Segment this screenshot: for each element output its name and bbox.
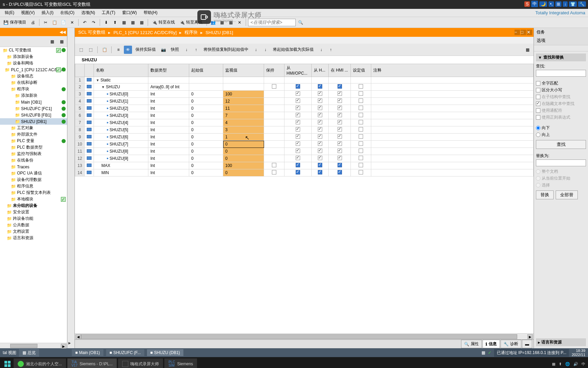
start-cell[interactable]: 0 bbox=[189, 91, 223, 98]
et-icon[interactable]: ↓ bbox=[261, 46, 270, 54]
toolbar-icon[interactable]: ✕ bbox=[235, 18, 244, 27]
toolbar-icon[interactable]: 👥 bbox=[209, 18, 217, 27]
start-cell[interactable]: 0 bbox=[189, 105, 223, 112]
tree-item[interactable]: 📁设备和网络 bbox=[0, 60, 67, 66]
retain-cell[interactable] bbox=[264, 98, 284, 105]
tree-item[interactable]: 📁PLC 变量 bbox=[0, 138, 67, 144]
table-row[interactable]: 3 SHUZU[0] Int 0 100 bbox=[75, 91, 534, 98]
et-icon[interactable]: ▦ bbox=[523, 46, 532, 54]
tree-item[interactable]: 📁跨设备功能 bbox=[0, 215, 67, 222]
editor-tab-fc[interactable]: ■ SHUZUFC (F... bbox=[106, 349, 144, 356]
toolbar-icon[interactable]: ▦ bbox=[137, 18, 146, 27]
direction-down-radio[interactable]: 向下 bbox=[536, 125, 586, 131]
tree-item[interactable]: 📁OPC UA 通信 bbox=[0, 170, 67, 177]
col-type[interactable]: 数据类型 bbox=[148, 64, 189, 77]
type-cell[interactable]: Int bbox=[148, 119, 189, 126]
footer-icon[interactable]: ▦ bbox=[481, 350, 485, 355]
col-name[interactable]: 名称 bbox=[94, 64, 148, 77]
type-cell[interactable]: Int bbox=[148, 141, 189, 148]
cut-button[interactable]: ✂ bbox=[42, 18, 50, 27]
type-cell[interactable]: Int bbox=[148, 148, 189, 155]
monitor-cell[interactable]: 3 bbox=[223, 126, 264, 134]
hmi-cell[interactable] bbox=[284, 105, 312, 112]
scroll-right-icon[interactable]: ▶ bbox=[527, 334, 533, 339]
et-icon[interactable]: ↑ bbox=[192, 46, 200, 54]
comment-cell[interactable] bbox=[371, 91, 534, 98]
paste-button[interactable]: 📄 bbox=[59, 18, 67, 27]
tray-icon[interactable]: 🔧 bbox=[578, 1, 586, 7]
monitor-cell[interactable]: 0 bbox=[223, 141, 264, 148]
tree-item[interactable]: 📁SHUZUFC [FC1] bbox=[0, 105, 67, 112]
monitor-cell[interactable]: 7 bbox=[223, 112, 264, 119]
ime-indicator[interactable]: 中 bbox=[582, 362, 585, 367]
menu-window[interactable]: 窗口(W) bbox=[119, 9, 140, 16]
tree-item[interactable]: 📁SHUZU [DB1] bbox=[0, 118, 67, 125]
hmi-cell[interactable] bbox=[284, 119, 312, 126]
minimize-icon[interactable]: − bbox=[514, 30, 520, 35]
fromh-cell[interactable] bbox=[312, 134, 329, 141]
panel-collapse-icon[interactable]: ◀◀ bbox=[60, 30, 66, 34]
tree-item[interactable]: 📁Main [OB1] bbox=[0, 99, 67, 105]
start-cell[interactable]: 0 bbox=[189, 169, 223, 177]
et-icon[interactable]: ↑ bbox=[327, 46, 335, 54]
breadcrumb-plc[interactable]: PLC_1 [CPU 1212C AC/DC/Rly] bbox=[113, 30, 177, 35]
start-cell[interactable]: 0 bbox=[189, 134, 223, 141]
comment-cell[interactable] bbox=[371, 98, 534, 105]
table-row[interactable]: 1 ▼ Static bbox=[75, 77, 534, 83]
tree-item[interactable]: 📁设备代理数据 bbox=[0, 177, 67, 183]
name-cell[interactable]: SHUZU[4] bbox=[94, 119, 148, 126]
comment-cell[interactable] bbox=[371, 134, 534, 141]
tray-icon[interactable]: ⊞ bbox=[555, 1, 561, 7]
monitor-cell[interactable]: 11 bbox=[223, 105, 264, 112]
monitor-cell[interactable]: 1 bbox=[223, 134, 264, 141]
info-tab[interactable]: ℹ 信息 bbox=[483, 340, 500, 348]
col-setpoint[interactable]: 设定值 bbox=[351, 64, 371, 77]
monitor-cell[interactable]: 100 bbox=[223, 91, 264, 98]
task-tia[interactable]: TIAV17Siemens - D:\PL... bbox=[67, 358, 117, 368]
retain-cell[interactable] bbox=[264, 162, 284, 169]
inhmi-cell[interactable] bbox=[329, 91, 351, 98]
retain-cell[interactable] bbox=[264, 91, 284, 98]
fromh-cell[interactable] bbox=[312, 162, 329, 169]
tray-icon[interactable]: 中 bbox=[531, 1, 538, 7]
et-icon[interactable]: ↓ bbox=[317, 46, 325, 54]
direction-up-radio[interactable]: 向上 bbox=[536, 132, 586, 138]
et-icon[interactable]: ≡ bbox=[114, 46, 122, 54]
project-search-input[interactable] bbox=[248, 19, 296, 26]
fromh-cell[interactable] bbox=[312, 77, 329, 83]
col-fromh[interactable]: 从 H... bbox=[312, 64, 329, 77]
editor-tab-db[interactable]: ■ SHUZU (DB1) bbox=[147, 349, 183, 356]
name-cell[interactable]: SHUZU[5] bbox=[94, 126, 148, 134]
tree-item[interactable]: 📁程序信息 bbox=[0, 183, 67, 189]
tree-item[interactable]: 📁SHUZUFB [FB1] bbox=[0, 112, 67, 118]
et-icon[interactable]: 📋 bbox=[100, 46, 109, 54]
go-offline-button[interactable]: 🔌 转至离线 bbox=[178, 19, 205, 25]
tree-item[interactable]: 📁CL 可变数组✓ bbox=[0, 47, 67, 53]
toolbar-icon[interactable]: ▦ bbox=[218, 18, 226, 27]
col-monitor[interactable]: 监视值 bbox=[223, 64, 264, 77]
tree-item[interactable]: 📁未分组的设备 bbox=[0, 202, 67, 209]
fromh-cell[interactable] bbox=[312, 91, 329, 98]
retain-cell[interactable] bbox=[264, 126, 284, 134]
menu-view[interactable]: 视图(V) bbox=[18, 9, 38, 16]
redo-button[interactable]: ↷ bbox=[89, 18, 98, 27]
retain-cell[interactable] bbox=[264, 112, 284, 119]
tray-icon[interactable]: 🌙 bbox=[539, 1, 547, 7]
fromh-cell[interactable] bbox=[312, 155, 329, 162]
scroll-right-icon[interactable]: ▶ bbox=[61, 344, 66, 349]
start-cell[interactable]: 0 bbox=[189, 126, 223, 134]
replace-button[interactable]: 替换 bbox=[536, 190, 554, 199]
inhmi-cell[interactable] bbox=[329, 148, 351, 155]
col-retain[interactable]: 保持 bbox=[264, 64, 284, 77]
et-icon[interactable]: ↓ bbox=[252, 46, 260, 54]
find-button[interactable]: 查找 bbox=[536, 140, 586, 149]
table-row[interactable]: 12 SHUZU[9] Int 0 0 bbox=[75, 155, 534, 162]
comment-cell[interactable] bbox=[371, 155, 534, 162]
monitor-cell[interactable]: 4 bbox=[223, 119, 264, 126]
start-cell[interactable]: 0 bbox=[189, 162, 223, 169]
find-input[interactable] bbox=[536, 70, 586, 77]
toolbar-icon[interactable]: ▦ bbox=[129, 18, 137, 27]
overview-tab[interactable]: ▦ 总览 bbox=[19, 349, 39, 357]
retain-cell[interactable] bbox=[264, 83, 284, 91]
setpoint-cell[interactable] bbox=[351, 91, 371, 98]
